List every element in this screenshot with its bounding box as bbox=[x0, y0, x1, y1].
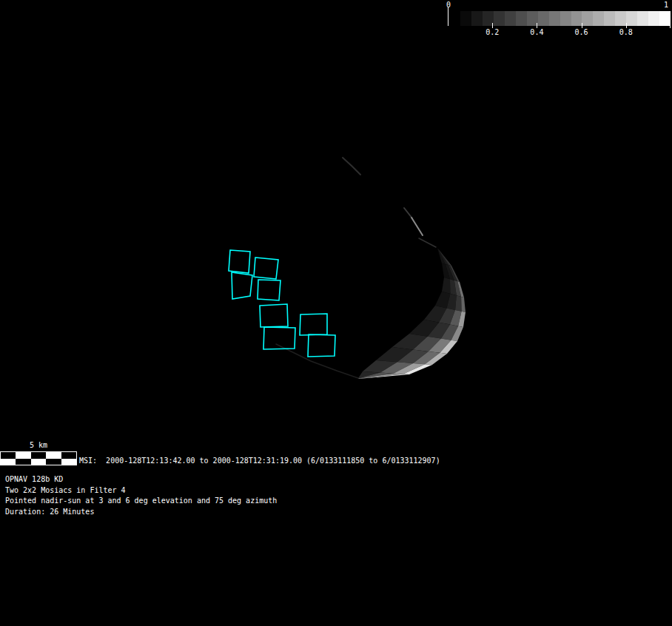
info-line-mosaics: Two 2x2 Mosiacs in Filter 4 bbox=[5, 485, 277, 497]
colorbar-tick bbox=[537, 23, 537, 28]
mosaic-footprint-outline bbox=[232, 272, 252, 299]
scale-bar-label: 5 km bbox=[0, 441, 77, 449]
scale-bar-cell bbox=[46, 459, 61, 465]
colorbar-tick-label: 0.4 bbox=[527, 28, 546, 36]
colorbar-tick bbox=[626, 23, 627, 28]
scale-bar-cell bbox=[46, 452, 61, 459]
colorbar-ticks: 0.20.40.60.8 bbox=[448, 0, 671, 38]
mosaic-footprint-outline bbox=[260, 304, 288, 327]
scale-bar-cell bbox=[16, 459, 30, 465]
mosaic-footprint-outline bbox=[229, 250, 250, 273]
asteroid-facet bbox=[442, 277, 450, 294]
colorbar-tick-label: 0.8 bbox=[616, 28, 636, 36]
asteroid-limb-streak bbox=[404, 208, 412, 218]
asteroid-facet bbox=[461, 297, 466, 312]
colorbar-tick-label: 0.6 bbox=[572, 28, 591, 36]
asteroid-limb-streak bbox=[343, 158, 360, 175]
mosaic-footprint-outline bbox=[258, 280, 280, 300]
asteroid-limb-streak bbox=[419, 238, 436, 247]
asteroid-scene bbox=[0, 0, 672, 626]
mosaic-footprint-outline bbox=[308, 334, 335, 357]
scale-bar-cell bbox=[31, 459, 46, 465]
scale-bar-cell bbox=[61, 459, 76, 465]
scale-bar-cell bbox=[1, 452, 16, 459]
scale-bar-cell bbox=[61, 452, 76, 459]
colorbar-tick bbox=[492, 23, 493, 28]
scale-bar-cell bbox=[31, 452, 46, 459]
colorbar-tick bbox=[582, 23, 582, 28]
observation-info: OPNAV 128b KD Two 2x2 Mosiacs in Filter … bbox=[5, 474, 277, 517]
info-line-opnav: OPNAV 128b KD bbox=[5, 474, 277, 485]
viewport: 0 1 0.20.40.60.8 5 km MSI: 2000-128T12:1… bbox=[0, 0, 672, 626]
status-line: MSI: 2000-128T12:13:42.00 to 2000-128T12… bbox=[79, 457, 440, 465]
info-line-pointing: Pointed nadir-sun at 3 and 6 deg elevati… bbox=[5, 496, 277, 507]
asteroid-limb-streak bbox=[411, 218, 423, 235]
mosaic-footprint-outline bbox=[254, 258, 278, 279]
info-line-duration: Duration: 26 Minutes bbox=[5, 507, 277, 518]
mosaic-footprint-outline bbox=[300, 314, 327, 335]
scale-bar-cell bbox=[16, 452, 30, 459]
colorbar-tick-label: 0.2 bbox=[483, 28, 502, 36]
scale-bar-cell bbox=[1, 459, 16, 465]
scale-bar-checker bbox=[0, 451, 77, 465]
